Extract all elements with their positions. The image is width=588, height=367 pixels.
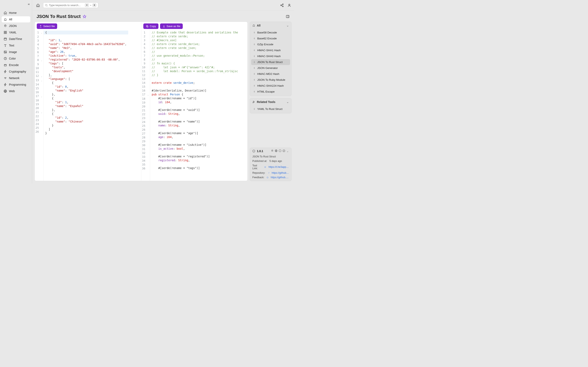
topbar: ⌘ + K (32, 0, 294, 11)
input-code[interactable]: { "id": 1, "uuid": "3d877494-e7d4-48e3-a… (44, 30, 128, 181)
tool-item-label: Base62 Encode (257, 37, 277, 40)
info-card: 1.0.1 ⌄ JSON To Rust Struct Published at… (250, 148, 292, 181)
collapse-sidebar-button[interactable] (27, 3, 30, 6)
globe-icon (275, 150, 277, 152)
tool-item-label: JSON To Rust Struct (257, 60, 283, 64)
sidebar-item-label: YAML (9, 31, 17, 34)
sidebar-item-encode[interactable]: Encode (2, 62, 30, 68)
sidebar: HomeAllJSONYAMLDate/TimeTextImageColorEn… (0, 0, 32, 184)
main: ⌘ + K JSON To Rust Struct (32, 0, 294, 184)
feedback-link[interactable]: https://github.com/... (271, 176, 289, 179)
sidebar-item-network[interactable]: Network (2, 75, 30, 81)
sidebar-item-label: Cryptography (9, 70, 26, 73)
pin-icon (253, 67, 256, 69)
sidebar-item-web[interactable]: Web (2, 88, 30, 94)
select-file-button[interactable]: Select file (37, 24, 57, 29)
tool-item[interactable]: GZip Encode (251, 42, 290, 47)
tool-item[interactable]: HMAC-SHA0 Hash (251, 53, 290, 59)
grid-icon (4, 31, 7, 34)
info-name: JSON To Rust Struct (250, 154, 291, 159)
save-as-file-button[interactable]: Save as file (160, 24, 183, 29)
sidebar-item-label: Image (9, 50, 17, 54)
pin-icon (253, 37, 256, 40)
sidebar-item-color[interactable]: Color (2, 55, 30, 62)
tool-link[interactable]: https://t.he3app.co... (268, 166, 289, 168)
output-editor: Copy Save as file 1 2 3 4 5 6 7 8 9 10 1… (141, 22, 248, 181)
svg-point-21 (283, 150, 285, 152)
pin-icon (253, 31, 256, 34)
sidebar-item-json[interactable]: JSON (2, 23, 30, 29)
sidebar-item-label: Programming (9, 83, 26, 86)
tool-item-label: HMAC-SHA0 Hash (257, 55, 281, 58)
tool-item[interactable]: JSON To Ruby Module (251, 77, 290, 83)
sidebar-item-programming[interactable]: Programming (2, 82, 30, 88)
tool-item[interactable]: Base62 Encode (251, 35, 290, 42)
tool-item[interactable]: HMAC-SHA224 Hash (251, 83, 290, 89)
svg-rect-15 (286, 15, 289, 18)
pin-icon (253, 61, 256, 63)
link-icon (268, 172, 269, 174)
svg-rect-4 (4, 38, 7, 40)
download-icon (163, 25, 165, 28)
sidebar-item-label: All (9, 18, 12, 21)
share-button[interactable] (280, 3, 284, 7)
sidebar-item-text[interactable]: Text (2, 42, 30, 49)
chat-icon (267, 176, 268, 179)
tool-item[interactable]: HMAC-MD2 Hash (251, 71, 290, 77)
kbd-cmd: ⌘ (85, 3, 89, 7)
sidebar-item-label: Web (9, 90, 15, 93)
account-button[interactable] (287, 3, 291, 7)
svg-point-12 (281, 5, 282, 6)
svg-point-13 (282, 6, 283, 7)
tools-card-header[interactable]: All ⌄ (250, 22, 291, 29)
info-icon (252, 150, 255, 152)
tool-item[interactable]: HMAC-SHA1 Hash (251, 47, 290, 53)
related-list: YAML To Rust Struct (250, 106, 291, 113)
sidebar-item-yaml[interactable]: YAML (2, 29, 30, 35)
svg-rect-5 (4, 51, 7, 53)
pin-icon (253, 91, 256, 93)
related-card-header[interactable]: Related Tools ⌄ (250, 98, 291, 106)
wrench-icon (252, 100, 255, 103)
search-box[interactable]: ⌘ + K (43, 2, 98, 8)
pin-icon (253, 43, 256, 45)
tool-item-label: JSON Generator (257, 67, 278, 69)
title-row: JSON To Rust Struct (32, 11, 294, 22)
tool-item-label: HMAC-SHA224 Hash (257, 84, 284, 87)
tool-item[interactable]: HTML Escape (251, 89, 290, 95)
copy-button[interactable]: Copy (143, 24, 158, 29)
tool-item[interactable]: Base58 Decode (251, 30, 290, 35)
pin-icon (253, 85, 256, 87)
sidebar-item-image[interactable]: Image (2, 49, 30, 55)
check-icon (283, 150, 285, 152)
favorite-button[interactable] (83, 15, 86, 18)
chevron-down-icon[interactable]: ⌄ (286, 150, 289, 153)
sidebar-item-all[interactable]: All (2, 16, 30, 22)
svg-point-10 (45, 4, 47, 6)
svg-point-6 (5, 51, 5, 52)
sidebar-item-label: Home (9, 11, 17, 15)
tool-item[interactable]: JSON To Rust Struct (251, 59, 290, 65)
output-code[interactable]: // Example code that deserializes and se… (150, 30, 240, 181)
tool-item-label: YAML To Rust Struct (257, 108, 283, 110)
svg-point-23 (267, 177, 268, 178)
pin-icon (253, 79, 256, 81)
sidebar-item-date-time[interactable]: Date/Time (2, 36, 30, 42)
bolt-icon (4, 83, 7, 86)
related-tool-item[interactable]: YAML To Rust Struct (251, 106, 290, 112)
tool-item-label: Base58 Decode (257, 31, 277, 34)
panel-toggle-button[interactable] (286, 15, 290, 18)
tool-item[interactable]: JSON Generator (251, 65, 290, 71)
home-button[interactable] (35, 2, 41, 8)
sidebar-item-home[interactable]: Home (2, 10, 30, 16)
wifi-icon (4, 76, 7, 80)
repo-link[interactable]: https://github.com... (272, 171, 289, 174)
search-input[interactable] (49, 4, 84, 7)
tool-item-label: HMAC-MD2 Hash (257, 72, 279, 75)
pin-icon (253, 108, 256, 110)
sidebar-item-cryptography[interactable]: Cryptography (2, 68, 30, 75)
pin-icon (253, 73, 256, 75)
tools-list: Base58 DecodeBase62 EncodeGZip EncodeHMA… (250, 29, 291, 96)
input-gutter: 1 ⌄ 2 3 4 5 6 7 8 ⌄ 9 10 11 12 ⌄ 13 ⌄ 14… (35, 30, 44, 181)
tool-item-label: GZip Encode (257, 43, 273, 46)
